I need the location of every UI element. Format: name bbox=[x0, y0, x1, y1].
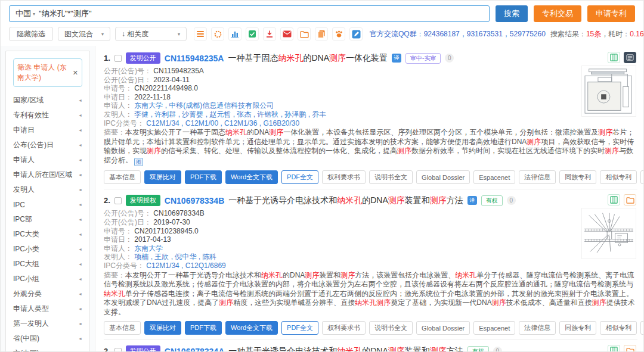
result-action-button[interactable]: Word全文下载 bbox=[225, 170, 278, 184]
folder-icon[interactable] bbox=[298, 27, 311, 41]
applied-filter-chip[interactable]: 筛选 申请人 (东南大学) ✕ bbox=[13, 58, 82, 87]
result-checkbox[interactable] bbox=[114, 55, 122, 62]
sort-label: ↓ 相关度 bbox=[122, 29, 148, 39]
qq-pencil-icon[interactable] bbox=[349, 27, 363, 41]
sidebar-filter-item[interactable]: 外观分类 ◄ bbox=[12, 286, 83, 301]
sidebar-filter-item[interactable]: 第一发明人 ◄ bbox=[12, 316, 83, 331]
result-action-button[interactable]: 同族专利 bbox=[559, 170, 596, 184]
sidebar-filter-item[interactable]: 公布(公告)日 ◄ bbox=[12, 138, 83, 152]
patent-title-link[interactable]: 一种基于光诱导介电泳技术和纳米孔的DNA测序装置和测序方法 bbox=[228, 195, 463, 206]
close-icon[interactable]: ✕ bbox=[73, 69, 78, 77]
table-view-icon[interactable] bbox=[608, 194, 620, 205]
sort-dropdown[interactable]: ↓ 相关度 ▾ bbox=[115, 27, 187, 41]
patent-title-link[interactable]: 一种基于固态纳米孔的DNA测序一体化装置 bbox=[228, 53, 388, 64]
chevron-left-icon: ◄ bbox=[78, 232, 82, 236]
result-action-button[interactable]: PDF下载 bbox=[185, 321, 222, 335]
result-checkbox[interactable] bbox=[114, 197, 122, 204]
translate-icon[interactable]: 译 bbox=[392, 54, 401, 63]
sidebar-filter-item[interactable]: 申请人 ◄ bbox=[12, 152, 83, 167]
sidebar-filter-item[interactable]: 申请人所在国/区域 ◄ bbox=[12, 167, 83, 182]
patent-number-link[interactable]: CN106978334B bbox=[165, 196, 224, 205]
sidebar-filter-item[interactable]: IPC小组 ◄ bbox=[12, 272, 83, 286]
result-action-button[interactable]: Word全文下载 bbox=[225, 321, 278, 335]
sidebar-filter-item[interactable]: 申请日 ◄ bbox=[12, 123, 83, 138]
result-action-button[interactable]: 权利要求书 bbox=[322, 321, 366, 335]
sidebar-filter-item[interactable]: 省(中国) ◄ bbox=[12, 331, 83, 346]
apply-patent-button[interactable]: 申请专利 bbox=[587, 5, 635, 22]
chart-icon[interactable] bbox=[228, 27, 242, 41]
chevron-left-icon: ◄ bbox=[78, 188, 82, 192]
hide-filter-button[interactable]: 隐藏筛选 bbox=[9, 27, 53, 41]
result-action-button[interactable]: Espacenet bbox=[473, 170, 515, 184]
result-action-button[interactable]: 专利引用 bbox=[640, 170, 643, 184]
result-action-button[interactable]: 权利要求书 bbox=[322, 170, 366, 184]
sidebar-filter-item[interactable]: IPC部 ◄ bbox=[12, 212, 83, 227]
mail-icon[interactable] bbox=[280, 27, 293, 41]
patent-number-link[interactable]: CN115948235A bbox=[165, 54, 224, 63]
sidebar-filter-item-label: 发明人 bbox=[13, 185, 35, 195]
chevron-left-icon: ◄ bbox=[78, 203, 82, 207]
result-action-button[interactable]: 相似专利 bbox=[600, 170, 637, 184]
result-action-button[interactable]: Espacenet bbox=[473, 321, 515, 335]
sidebar-filter-item[interactable]: IPC小类 ◄ bbox=[12, 242, 83, 257]
result-action-button[interactable]: 法律信息 bbox=[519, 321, 556, 335]
patent-title-link[interactable]: 一种基于光诱导介电泳技术和纳米孔的DNA测序装置和测序方法 bbox=[228, 346, 463, 351]
copy-icon[interactable] bbox=[315, 27, 328, 41]
search-input[interactable] bbox=[39, 10, 483, 18]
region-selector[interactable]: 中国 ▾ bbox=[16, 8, 35, 19]
search-button[interactable]: 搜索 bbox=[496, 5, 528, 22]
folder-icon[interactable] bbox=[624, 194, 636, 205]
result-action-button[interactable]: PDF全文 bbox=[281, 170, 318, 184]
result-count: 15条 bbox=[586, 30, 601, 38]
table-view-icon[interactable] bbox=[608, 52, 620, 63]
result-fields: 公开(公告)号： CN106978334B 公开(公告)日： 2019-07-3… bbox=[104, 209, 637, 270]
sidebar-filter-item[interactable]: 专利有效性 ◄ bbox=[12, 108, 83, 123]
patent-number-link[interactable]: CN106978334A bbox=[165, 347, 224, 351]
view-mode-dropdown[interactable]: 图文混合 ▾ bbox=[58, 27, 110, 41]
result-action-button[interactable]: 双屏比对 bbox=[144, 321, 181, 335]
gear-icon[interactable] bbox=[211, 27, 224, 41]
type-badge: 发明公开 bbox=[126, 345, 160, 351]
sidebar-filter-item[interactable]: 市(中国) ◄ bbox=[12, 346, 83, 351]
result-action-button[interactable]: 基本信息 bbox=[104, 321, 141, 335]
sidebar-filter-item[interactable]: 国家/区域 ◄ bbox=[12, 93, 83, 108]
sidebar-filter-item[interactable]: IPC大组 ◄ bbox=[12, 257, 83, 272]
patent-drawing-thumbnail[interactable] bbox=[581, 66, 636, 117]
list-view-icon[interactable] bbox=[194, 27, 207, 41]
sidebar-filter-item[interactable]: 申请人类型 ◄ bbox=[12, 301, 83, 316]
field-row: 公开(公告)号： CN106978334B bbox=[104, 209, 568, 218]
result-action-button[interactable]: Global Dossier bbox=[416, 321, 470, 335]
download-icon[interactable] bbox=[263, 27, 276, 41]
result-action-button[interactable]: 同族专利 bbox=[559, 321, 596, 335]
result-action-button[interactable]: 说明书全文 bbox=[369, 170, 413, 184]
sidebar-filter-item[interactable]: IPC ◄ bbox=[12, 197, 83, 212]
figure-icon[interactable]: 图 bbox=[134, 158, 143, 166]
chevron-left-icon: ◄ bbox=[78, 262, 82, 266]
paw-icon[interactable] bbox=[332, 27, 345, 41]
detail-view-icon[interactable] bbox=[624, 52, 636, 63]
result-action-button[interactable]: 基本信息 bbox=[104, 170, 141, 184]
field-value: 项楠 , 王欣 , 倪中华 , 陈科 bbox=[134, 253, 216, 261]
result-checkbox[interactable] bbox=[114, 348, 122, 351]
folder-icon[interactable] bbox=[624, 345, 636, 351]
search-stats: 搜索结果：15条，耗时：0.165s bbox=[550, 29, 644, 39]
result-action-button[interactable]: 专利引用 bbox=[640, 321, 643, 335]
result-header: 2. 发明授权 CN106978334B 一种基于光诱导介电泳技术和纳米孔的DN… bbox=[104, 195, 637, 206]
search-box: 中国 ▾ bbox=[9, 5, 490, 22]
sidebar-filter-item[interactable]: IPC大类 ◄ bbox=[12, 227, 83, 242]
chevron-down-icon: ▾ bbox=[101, 32, 104, 37]
check-icon[interactable] bbox=[246, 27, 259, 41]
result-action-button[interactable]: 说明书全文 bbox=[369, 321, 413, 335]
result-action-button[interactable]: PDF全文 bbox=[281, 321, 318, 335]
result-action-button[interactable]: PDF下载 bbox=[185, 170, 222, 184]
table-view-icon[interactable] bbox=[608, 345, 620, 351]
sidebar-filter-item[interactable]: 发明人 ◄ bbox=[12, 182, 83, 197]
field-value: C12M1/34 , C12Q1/6869 bbox=[146, 261, 225, 270]
translate-icon[interactable]: 译 bbox=[467, 196, 477, 205]
result-action-button[interactable]: 相似专利 bbox=[600, 321, 637, 335]
result-action-button[interactable]: Global Dossier bbox=[416, 170, 470, 184]
patent-drawing-thumbnail[interactable] bbox=[581, 208, 636, 259]
result-action-button[interactable]: 双屏比对 bbox=[144, 170, 181, 184]
patent-trade-button[interactable]: 专利交易 bbox=[534, 5, 581, 22]
result-action-button[interactable]: 法律信息 bbox=[519, 170, 556, 184]
